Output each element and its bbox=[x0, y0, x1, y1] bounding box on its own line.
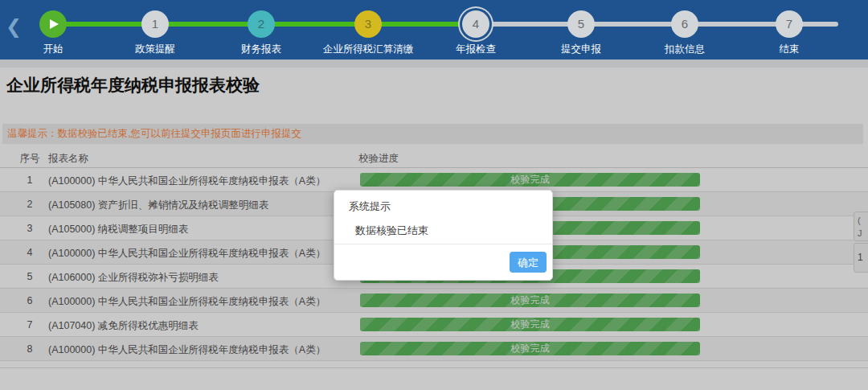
step-label-2: 财务报表 bbox=[241, 43, 281, 56]
dialog-divider bbox=[334, 244, 552, 244]
step-circle-5[interactable]: 5 bbox=[567, 10, 595, 38]
stepper-header: ❮ 开始1政策提醒2财务报表3企业所得税汇算清缴4年报检查5提交申报6扣款信息7… bbox=[0, 0, 868, 60]
system-prompt-dialog: 系统提示 数据核验已结束 确定 bbox=[334, 190, 553, 281]
step-circle-2[interactable]: 2 bbox=[248, 10, 275, 38]
step-label-1: 政策提醒 bbox=[135, 43, 175, 56]
step-circle-4[interactable]: 4 bbox=[462, 10, 489, 38]
step-circle-6[interactable]: 6 bbox=[671, 10, 698, 38]
step-circle-3[interactable]: 3 bbox=[354, 10, 382, 38]
dialog-message: 数据核验已结束 bbox=[355, 224, 428, 238]
step-label-3: 企业所得税汇算清缴 bbox=[323, 43, 414, 56]
step-label-7: 结束 bbox=[780, 43, 800, 56]
ok-button[interactable]: 确定 bbox=[510, 252, 547, 273]
step-label-5: 提交申报 bbox=[561, 43, 601, 56]
app-window: ❮ 开始1政策提醒2财务报表3企业所得税汇算清缴4年报检查5提交申报6扣款信息7… bbox=[0, 0, 868, 390]
step-circle-1[interactable]: 1 bbox=[141, 10, 169, 38]
step-start-circle[interactable] bbox=[39, 10, 67, 38]
step-label-start: 开始 bbox=[43, 43, 63, 56]
step-label-6: 扣款信息 bbox=[665, 43, 705, 56]
dialog-title: 系统提示 bbox=[349, 199, 391, 214]
play-icon bbox=[50, 19, 59, 29]
step-circle-7[interactable]: 7 bbox=[776, 10, 803, 38]
back-chevron-icon[interactable]: ❮ bbox=[6, 14, 22, 39]
step-label-4: 年报检查 bbox=[456, 43, 496, 56]
